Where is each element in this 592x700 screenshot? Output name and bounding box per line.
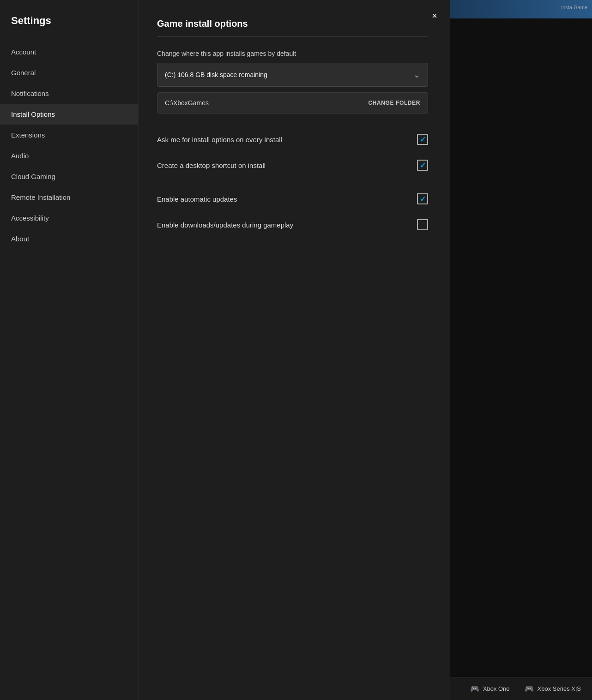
- option-auto-updates-label: Enable automatic updates: [157, 195, 237, 203]
- option-row-ask-install: Ask me for install options on every inst…: [157, 126, 428, 152]
- sidebar-item-remote-installation[interactable]: Remote Installation: [0, 187, 138, 208]
- option-desktop-shortcut-label: Create a desktop shortcut on install: [157, 162, 266, 169]
- sidebar-item-audio[interactable]: Audio: [0, 145, 138, 166]
- sidebar-item-notifications[interactable]: Notifications: [0, 83, 138, 104]
- sidebar-item-about[interactable]: About: [0, 228, 138, 249]
- xbox-series-icon: 🎮: [525, 684, 534, 693]
- option-row-auto-updates: Enable automatic updates: [157, 186, 428, 212]
- checkbox-desktop-shortcut[interactable]: [417, 160, 428, 171]
- checkbox-downloads-gameplay[interactable]: [417, 219, 428, 230]
- sidebar-item-account[interactable]: Account: [0, 42, 138, 62]
- disk-dropdown-value: (C:) 106.8 GB disk space remaining: [165, 71, 267, 78]
- section-title: Game install options: [157, 18, 428, 29]
- right-panel: Insta Game: [450, 0, 592, 700]
- change-location-label: Change where this app installs games by …: [157, 50, 428, 57]
- sidebar-item-cloud-gaming[interactable]: Cloud Gaming: [0, 166, 138, 187]
- settings-title: Settings: [0, 15, 138, 42]
- option-downloads-gameplay-label: Enable downloads/updates during gameplay: [157, 221, 293, 229]
- settings-modal: Settings Account General Notifications I…: [0, 0, 450, 700]
- change-folder-button[interactable]: CHANGE FOLDER: [368, 100, 420, 106]
- checkbox-auto-updates[interactable]: [417, 193, 428, 204]
- sidebar-item-general[interactable]: General: [0, 62, 138, 83]
- disk-dropdown[interactable]: (C:) 106.8 GB disk space remaining ⌄: [157, 63, 428, 87]
- content-inner: Game install options Change where this a…: [139, 0, 450, 256]
- settings-sidebar: Settings Account General Notifications I…: [0, 0, 139, 700]
- section-divider-top: [157, 36, 428, 37]
- install-path-text: C:\XboxGames: [165, 99, 209, 107]
- option-ask-install-label: Ask me for install options on every inst…: [157, 136, 282, 144]
- option-row-downloads-gameplay: Enable downloads/updates during gameplay: [157, 212, 428, 238]
- chevron-down-icon: ⌄: [413, 70, 420, 80]
- path-row: C:\XboxGames CHANGE FOLDER: [157, 92, 428, 114]
- option-row-desktop-shortcut: Create a desktop shortcut on install: [157, 152, 428, 178]
- sidebar-item-accessibility[interactable]: Accessibility: [0, 208, 138, 228]
- checkbox-ask-install[interactable]: [417, 134, 428, 145]
- main-content-area: × Game install options Change where this…: [139, 0, 450, 700]
- sidebar-item-install-options[interactable]: Install Options: [0, 104, 138, 125]
- right-panel-top-text: Insta Game: [561, 5, 587, 10]
- close-button[interactable]: ×: [426, 7, 443, 24]
- xbox-one-label: Xbox One: [483, 685, 510, 692]
- section-divider-middle: [157, 182, 428, 182]
- xbox-one-icon: 🎮: [470, 684, 479, 693]
- sidebar-item-extensions[interactable]: Extensions: [0, 125, 138, 145]
- xbox-series-label: Xbox Series X|S: [538, 685, 581, 692]
- bottom-bar-xbox-one: 🎮 Xbox One: [470, 684, 510, 693]
- bottom-bar-xbox-series: 🎮 Xbox Series X|S: [525, 684, 581, 693]
